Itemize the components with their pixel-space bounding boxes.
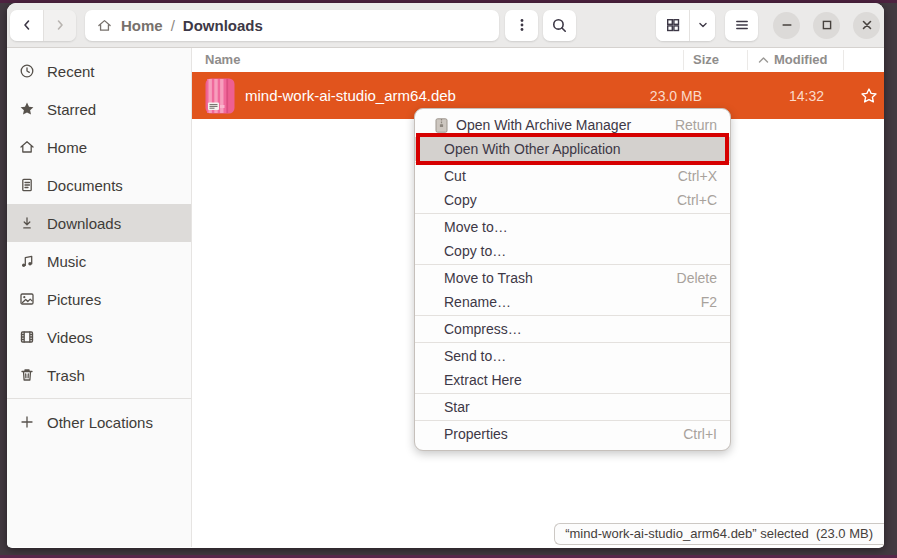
- path-menu-button[interactable]: [505, 10, 538, 41]
- sort-ascending-icon: [758, 56, 769, 64]
- window-content: RecentStarredHomeDocumentsDownloadsMusic…: [7, 48, 884, 547]
- deb-package-icon: [205, 78, 235, 114]
- home-icon: [18, 139, 35, 156]
- file-modified-time: 14:32: [789, 88, 824, 104]
- navigation-buttons: [10, 10, 76, 41]
- back-button[interactable]: [10, 10, 43, 41]
- list-header: Name Size Modified: [192, 48, 884, 72]
- forward-icon: [52, 17, 68, 33]
- grid-view-button[interactable]: [656, 10, 689, 41]
- maximize-icon: [820, 18, 834, 32]
- menu-item-label: Compress…: [444, 321, 717, 337]
- sidebar-item-label: Trash: [47, 367, 85, 384]
- menu-separator: [415, 342, 730, 343]
- maximize-button[interactable]: [813, 12, 840, 39]
- star-toggle-icon[interactable]: [860, 87, 878, 105]
- column-header-modified[interactable]: Modified: [758, 52, 827, 67]
- menu-item-copy-to[interactable]: Copy to…: [415, 239, 730, 263]
- menu-shortcut: Ctrl+X: [678, 168, 717, 184]
- desktop-background: Home / Downloads: [0, 0, 897, 558]
- menu-item-label: Rename…: [444, 294, 701, 310]
- hamburger-menu-button[interactable]: [725, 10, 758, 41]
- column-divider[interactable]: [843, 50, 844, 70]
- sidebar-item-recent[interactable]: Recent: [7, 52, 191, 90]
- file-size: 23.0 MB: [650, 88, 702, 104]
- sidebar-item-label: Home: [47, 139, 87, 156]
- window-controls: [773, 12, 880, 39]
- search-button[interactable]: [543, 10, 576, 41]
- column-divider[interactable]: [683, 50, 684, 70]
- menu-item-label: Move to…: [444, 219, 717, 235]
- grid-view-icon: [665, 17, 681, 33]
- titlebar: Home / Downloads: [7, 3, 884, 48]
- forward-button[interactable]: [43, 10, 76, 41]
- sidebar-item-downloads[interactable]: Downloads: [7, 204, 191, 242]
- sidebar-item-label: Downloads: [47, 215, 121, 232]
- trash-icon: [18, 367, 35, 384]
- menu-separator: [415, 393, 730, 394]
- pictures-icon: [18, 291, 35, 308]
- status-bar: “mind-work-ai-studio_arm64.deb” selected…: [554, 523, 884, 545]
- sidebar-item-label: Documents: [47, 177, 123, 194]
- menu-item-rename[interactable]: Rename…F2: [415, 290, 730, 314]
- starred-icon: [18, 101, 35, 118]
- files-window: Home / Downloads: [7, 3, 884, 548]
- sidebar-item-label: Other Locations: [47, 414, 153, 431]
- menu-item-label: Send to…: [444, 348, 717, 364]
- menu-item-label: Cut: [444, 168, 678, 184]
- menu-shortcut: Ctrl+C: [677, 192, 717, 208]
- menu-item-send-to[interactable]: Send to…: [415, 344, 730, 368]
- menu-separator: [415, 213, 730, 214]
- menu-shortcut: Delete: [677, 270, 717, 286]
- minimize-icon: [780, 18, 794, 32]
- sidebar-item-starred[interactable]: Starred: [7, 90, 191, 128]
- breadcrumb-home[interactable]: Home: [121, 17, 163, 34]
- sidebar-item-label: Recent: [47, 63, 95, 80]
- sidebar-item-music[interactable]: Music: [7, 242, 191, 280]
- sidebar-item-other-locations[interactable]: Other Locations: [7, 403, 191, 441]
- breadcrumb-current[interactable]: Downloads: [183, 17, 263, 34]
- menu-item-open-with-other-application[interactable]: Open With Other Application: [415, 137, 730, 161]
- menu-separator: [415, 264, 730, 265]
- file-list-area: Name Size Modified: [192, 48, 884, 547]
- search-icon: [551, 17, 568, 34]
- back-icon: [19, 17, 35, 33]
- menu-item-extract-here[interactable]: Extract Here: [415, 368, 730, 392]
- menu-item-move-to-trash[interactable]: Move to TrashDelete: [415, 266, 730, 290]
- sidebar-item-home[interactable]: Home: [7, 128, 191, 166]
- archive-manager-icon: [435, 118, 448, 133]
- sidebar-separator: [7, 398, 191, 399]
- sidebar: RecentStarredHomeDocumentsDownloadsMusic…: [7, 48, 192, 547]
- menu-shortcut: F2: [701, 294, 717, 310]
- sidebar-item-label: Music: [47, 253, 86, 270]
- menu-item-copy[interactable]: CopyCtrl+C: [415, 188, 730, 212]
- menu-item-label: Open With Other Application: [444, 141, 717, 157]
- close-button[interactable]: [853, 12, 880, 39]
- view-options-chevron-icon: [696, 18, 710, 32]
- close-icon: [860, 18, 874, 32]
- column-header-size[interactable]: Size: [693, 52, 719, 67]
- sidebar-item-trash[interactable]: Trash: [7, 356, 191, 394]
- menu-item-open-with-archive-manager[interactable]: Open With Archive ManagerReturn: [415, 113, 730, 137]
- downloads-icon: [18, 215, 35, 232]
- menu-item-label: Move to Trash: [444, 270, 677, 286]
- menu-item-move-to[interactable]: Move to…: [415, 215, 730, 239]
- sidebar-item-pictures[interactable]: Pictures: [7, 280, 191, 318]
- view-options-button[interactable]: [689, 10, 715, 41]
- recent-icon: [18, 63, 35, 80]
- documents-icon: [18, 177, 35, 194]
- minimize-button[interactable]: [773, 12, 800, 39]
- column-divider[interactable]: [747, 50, 748, 70]
- sidebar-item-documents[interactable]: Documents: [7, 166, 191, 204]
- menu-item-cut[interactable]: CutCtrl+X: [415, 164, 730, 188]
- sidebar-item-videos[interactable]: Videos: [7, 318, 191, 356]
- menu-item-label: Copy: [444, 192, 677, 208]
- menu-shortcut: Return: [675, 117, 717, 133]
- menu-item-star[interactable]: Star: [415, 395, 730, 419]
- context-menu: Open With Archive ManagerReturnOpen With…: [414, 108, 731, 451]
- file-name: mind-work-ai-studio_arm64.deb: [245, 87, 456, 104]
- menu-item-compress[interactable]: Compress…: [415, 317, 730, 341]
- menu-item-properties[interactable]: PropertiesCtrl+I: [415, 422, 730, 446]
- music-icon: [18, 253, 35, 270]
- column-header-name[interactable]: Name: [205, 52, 240, 67]
